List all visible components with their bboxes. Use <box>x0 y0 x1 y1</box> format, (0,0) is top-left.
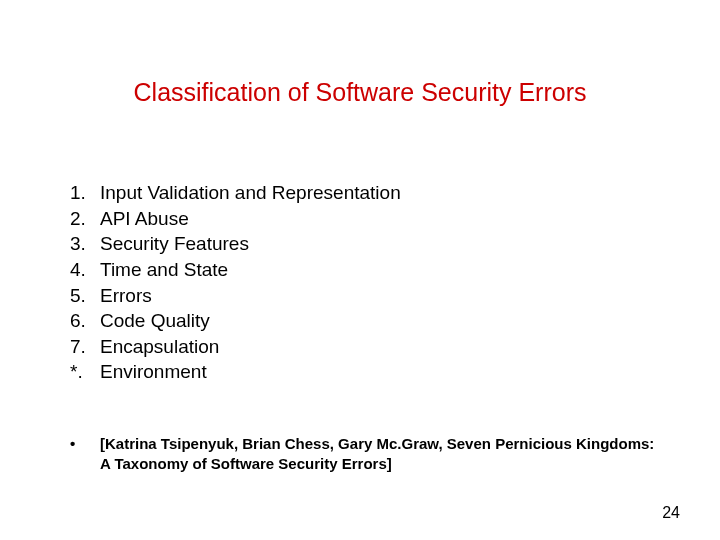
list-text: Code Quality <box>100 308 210 334</box>
list-item: 7. Encapsulation <box>70 334 401 360</box>
list-item: *. Environment <box>70 359 401 385</box>
list-text: Errors <box>100 283 152 309</box>
list-marker: 5. <box>70 283 100 309</box>
list-text: Environment <box>100 359 207 385</box>
citation-text: [Katrina Tsipenyuk, Brian Chess, Gary Mc… <box>100 434 660 475</box>
list-marker: 3. <box>70 231 100 257</box>
list-text: Encapsulation <box>100 334 219 360</box>
list-marker: *. <box>70 359 100 385</box>
list-item: 2. API Abuse <box>70 206 401 232</box>
list-item: 3. Security Features <box>70 231 401 257</box>
list-marker: 7. <box>70 334 100 360</box>
list-text: Security Features <box>100 231 249 257</box>
citation: • [Katrina Tsipenyuk, Brian Chess, Gary … <box>70 434 660 475</box>
slide: Classification of Software Security Erro… <box>0 0 720 540</box>
list-text: Time and State <box>100 257 228 283</box>
classification-list: 1. Input Validation and Representation 2… <box>70 180 401 385</box>
list-marker: 1. <box>70 180 100 206</box>
list-text: Input Validation and Representation <box>100 180 401 206</box>
bullet-icon: • <box>70 434 100 475</box>
list-item: 4. Time and State <box>70 257 401 283</box>
list-marker: 6. <box>70 308 100 334</box>
list-item: 6. Code Quality <box>70 308 401 334</box>
list-item: 1. Input Validation and Representation <box>70 180 401 206</box>
list-text: API Abuse <box>100 206 189 232</box>
list-marker: 2. <box>70 206 100 232</box>
slide-title: Classification of Software Security Erro… <box>0 78 720 107</box>
list-marker: 4. <box>70 257 100 283</box>
page-number: 24 <box>662 504 680 522</box>
list-item: 5. Errors <box>70 283 401 309</box>
